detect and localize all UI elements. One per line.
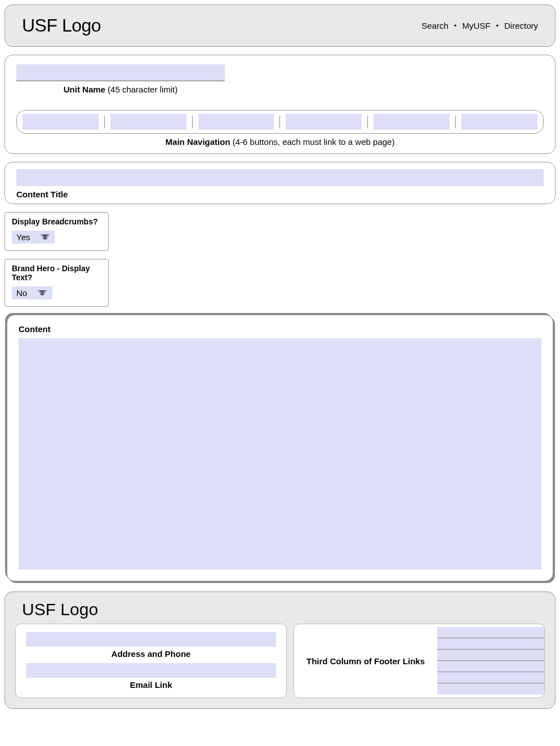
footer-col-address: Address and Phone Email Link [15,624,287,698]
breadcrumbs-label: Display Breadcrumbs? [12,217,101,226]
email-link-input[interactable] [26,663,276,678]
brand-hero-value: No [16,288,27,298]
content-panel: Content [7,315,553,581]
main-nav-label: Main Navigation (4-6 buttons, each must … [16,137,544,147]
nav-separator [192,116,193,128]
nav-separator [367,116,368,128]
content-title-panel: Content Title [5,162,555,204]
brand-hero-panel: Brand Hero - Display Text? No [5,259,109,307]
content-title-input[interactable] [16,169,544,186]
footer-panel: USF Logo Address and Phone Email Link Th… [5,591,555,709]
chevron-down-icon [37,290,47,296]
breadcrumbs-panel: Display Breadcrumbs? Yes [5,212,109,251]
address-phone-input[interactable] [26,632,276,647]
top-links: Search • MyUSF • Directory [421,21,538,30]
nav-button-2[interactable] [110,114,186,130]
unit-name-label-rest: (45 character limit) [105,85,177,94]
nav-button-5[interactable] [374,114,450,130]
brand-hero-label: Brand Hero - Display Text? [12,264,101,282]
footer-link-input[interactable] [437,672,544,683]
top-link-myusf[interactable]: MyUSF [462,21,490,30]
unit-name-label-bold: Unit Name [64,85,105,94]
top-link-search[interactable]: Search [421,21,448,30]
top-link-directory[interactable]: Directory [504,21,538,30]
separator-dot: • [454,21,457,30]
main-nav-container [16,110,544,134]
nav-separator [279,116,280,128]
nav-button-4[interactable] [286,114,362,130]
chevron-down-icon [40,235,50,240]
unit-name-label: Unit Name (45 character limit) [16,85,225,94]
footer-links-stack [437,627,544,695]
footer-link-input[interactable] [437,661,544,672]
email-link-label: Email Link [130,680,172,690]
usf-logo: USF Logo [22,15,101,36]
nav-button-1[interactable] [23,114,99,130]
nav-button-6[interactable] [461,114,537,130]
unit-nav-panel: Unit Name (45 character limit) Main Navi… [5,55,555,154]
separator-dot: • [496,21,499,30]
address-phone-label: Address and Phone [112,649,191,659]
unit-name-input[interactable] [16,64,225,81]
footer-col-links: Third Column of Footer Links [294,624,545,698]
main-nav-label-bold: Main Navigation [166,137,230,147]
breadcrumbs-value: Yes [16,232,30,242]
footer-link-input[interactable] [437,683,544,695]
header-panel: USF Logo Search • MyUSF • Directory [5,5,555,47]
footer-link-input[interactable] [437,627,544,638]
main-nav-label-rest: (4-6 buttons, each must link to a web pa… [230,137,395,147]
breadcrumbs-dropdown[interactable]: Yes [12,231,55,244]
nav-separator [104,116,105,128]
content-title-label: Content Title [16,189,544,199]
nav-separator [455,116,456,128]
nav-button-3[interactable] [198,114,274,130]
brand-hero-dropdown[interactable]: No [12,286,52,299]
footer-logo: USF Logo [22,600,545,619]
footer-link-input[interactable] [437,638,544,650]
footer-link-input[interactable] [437,650,544,661]
content-label: Content [19,324,541,334]
footer-links-label: Third Column of Footer Links [294,656,437,666]
content-area[interactable] [19,338,541,570]
